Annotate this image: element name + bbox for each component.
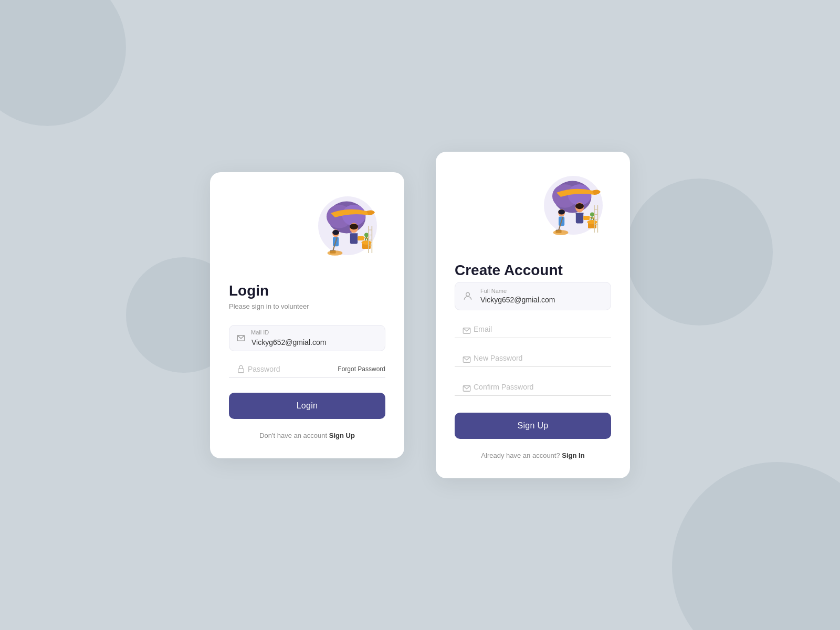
signup-footer-text: Already have an account? <box>481 452 562 459</box>
svg-point-36 <box>590 213 594 217</box>
email-envelope-icon <box>462 326 471 335</box>
bg-blob-br <box>672 462 840 630</box>
login-footer: Don't have an account Sign Up <box>229 432 385 439</box>
svg-point-15 <box>328 250 343 256</box>
cards-container: Login Please sign in to volunteer Mail I… <box>210 152 630 478</box>
svg-point-10 <box>364 233 369 237</box>
email-input-group <box>455 321 611 340</box>
svg-point-29 <box>568 184 592 205</box>
forgot-password-link[interactable]: Forgot Password <box>338 365 385 373</box>
signup-button[interactable]: Sign Up <box>455 413 611 439</box>
password-row: Forgot Password <box>229 361 385 378</box>
fullname-value: Vickyg652@gmial.com <box>480 296 555 304</box>
svg-point-41 <box>553 230 569 235</box>
confirm-password-icon <box>462 384 471 393</box>
signup-footer: Already have an account? Sign In <box>455 452 611 459</box>
login-title: Login <box>229 282 385 299</box>
new-password-icon <box>462 355 471 364</box>
login-subtitle: Please sign in to volunteer <box>229 302 385 310</box>
svg-point-9 <box>361 240 371 245</box>
signup-link[interactable]: Sign Up <box>329 432 355 439</box>
signup-card: Create Account Full Name Vickyg652@gmial… <box>436 152 630 478</box>
svg-point-49 <box>558 209 565 215</box>
signup-illustration <box>527 167 611 251</box>
bg-blob-mid-right <box>626 178 773 326</box>
svg-point-35 <box>587 220 597 224</box>
svg-rect-31 <box>576 213 583 223</box>
svg-rect-32 <box>583 216 590 220</box>
mail-label: Mail ID <box>251 329 269 335</box>
user-icon <box>463 291 473 301</box>
bg-blob-tl <box>0 0 126 126</box>
email-input[interactable] <box>455 321 611 338</box>
mail-input-wrapper: Mail ID <box>229 325 385 351</box>
signup-illustration-area <box>455 167 611 251</box>
lock-icon <box>236 364 246 374</box>
confirm-password-input-group <box>455 379 611 398</box>
login-illustration-area <box>229 188 385 272</box>
mail-input-group: Mail ID <box>229 325 385 351</box>
login-illustration <box>301 188 385 272</box>
svg-rect-25 <box>238 369 244 373</box>
login-card: Login Please sign in to volunteer Mail I… <box>210 172 404 458</box>
svg-point-3 <box>342 205 366 226</box>
signup-title: Create Account <box>455 262 611 279</box>
new-password-input[interactable] <box>455 350 611 367</box>
envelope-icon <box>236 333 246 343</box>
new-password-input-group <box>455 350 611 369</box>
svg-point-23 <box>332 230 339 235</box>
svg-rect-6 <box>358 236 364 240</box>
svg-point-22 <box>350 224 358 229</box>
svg-point-48 <box>575 203 584 209</box>
signin-link[interactable]: Sign In <box>562 452 584 459</box>
login-button[interactable]: Login <box>229 393 385 419</box>
fullname-label: Full Name <box>480 288 603 294</box>
login-footer-text: Don't have an account <box>259 432 329 439</box>
svg-rect-5 <box>350 233 358 244</box>
svg-point-50 <box>466 292 470 296</box>
confirm-password-input[interactable] <box>455 379 611 396</box>
fullname-box: Full Name Vickyg652@gmial.com <box>455 282 611 310</box>
